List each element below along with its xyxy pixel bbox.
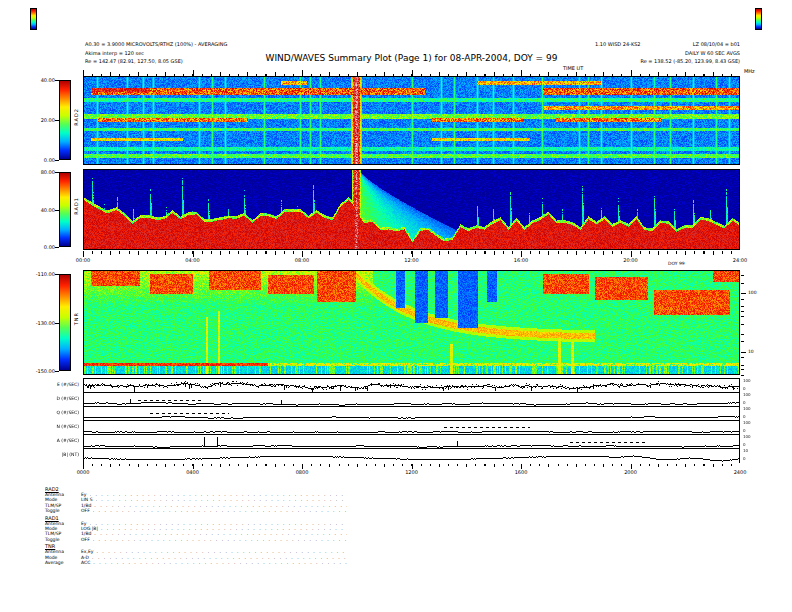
legend-row-value: OFF <box>81 537 90 542</box>
rate-panel-right-tick-top: 100 <box>743 421 751 425</box>
instrument-config-legend: RAD2AntennaEy. . . . . . . . . . . . . .… <box>45 485 347 565</box>
rad2-colorbar-tick <box>55 160 59 161</box>
colorbar-strip-topleft <box>30 8 37 30</box>
legend-row-value: OFF <box>81 508 90 513</box>
tnr-right-axis-tick <box>741 306 744 307</box>
doy-label: DOY 99 <box>668 261 685 266</box>
rate-panel-right-tick-bottom: 0 <box>743 387 746 391</box>
rad2-colorbar-tick <box>55 120 59 121</box>
rad2-spectrogram <box>83 76 740 165</box>
tnr-right-axis-tick <box>741 311 744 312</box>
legend-row-label: Toggle <box>45 508 81 513</box>
rate-panel-right-tick-bottom: 0 <box>743 429 746 433</box>
bottom-axis-tick-label: 2000 <box>624 469 637 475</box>
rate-panel-label: A (#/SEC) <box>29 438 79 443</box>
info-right-avg: DAILY W 60 SEC AVGS <box>540 50 740 56</box>
tnr-right-axis-tick <box>741 316 744 317</box>
tnr-right-axis-tick <box>741 334 744 335</box>
bottom-axis-tick-label: 1200 <box>405 469 418 475</box>
rate-panel-right-tick-top: 100 <box>743 435 751 439</box>
info-right-build: LZ 08/10/04 = b01 <box>540 41 740 47</box>
rad2-colorbar-tick-label: 40.00 <box>28 77 55 83</box>
rad1-colorbar-tick-label: 0.00 <box>28 244 55 250</box>
rate-panel-right-tick-bottom: 0 <box>743 401 746 405</box>
legend-row-leader-dots: . . . . . . . . . . . . . . . . . . . . … <box>93 508 347 513</box>
tnr-spectrogram <box>83 270 740 375</box>
time-axis-tick-label: 20:00 <box>623 257 637 263</box>
legend-row-leader-dots: . . . . . . . . . . . . . . . . . . . . … <box>93 537 347 542</box>
legend-row-value: ACC <box>81 560 90 565</box>
tnr-right-axis-label: 10 <box>748 349 754 354</box>
rad1-colorbar-tick-label: 40.00 <box>28 207 55 213</box>
rate-panel-row <box>83 434 740 449</box>
rad1-colorbar-tick <box>55 247 59 248</box>
mhz-unit-label: MHz <box>744 68 755 74</box>
tnr-colorbar-tick-label: -110.00 <box>28 271 55 277</box>
time-axis-tick-label: 04:00 <box>185 257 199 263</box>
rad1-colorbar-tick <box>55 172 59 173</box>
legend-row: ToggleOFF. . . . . . . . . . . . . . . .… <box>45 508 347 513</box>
time-axis-tick-label: 08:00 <box>295 257 309 263</box>
rate-panel-label: D (#/SEC) <box>29 396 79 401</box>
tnr-right-axis-tick <box>741 365 744 366</box>
rate-panel-right-tick-top: 100 <box>743 407 751 411</box>
tnr-right-axis-tick <box>741 283 744 284</box>
rad1-colorbar-tick-label: 80.00 <box>28 169 55 175</box>
rate-panel-label: Q (#/SEC) <box>29 410 79 415</box>
rad2-colorbar-tick-label: 0.00 <box>28 157 55 163</box>
rad2-colorbar-tick <box>55 80 59 81</box>
tnr-right-axis-label: 100 <box>748 290 757 295</box>
rate-panel-right-tick-bottom: 0 <box>743 443 746 447</box>
tnr-colorbar-tick <box>55 274 59 275</box>
summary-plot-page: A0.30 = 3.9000 MICROVOLTS/RTHZ (100%) - … <box>0 0 792 612</box>
bottom-axis-tick-label: 2400 <box>734 469 747 475</box>
rate-panel-canvas <box>84 451 739 464</box>
rate-panel-label: N (#/SEC) <box>29 424 79 429</box>
tnr-right-axis-tick <box>741 369 744 370</box>
tnr-panel-label: TNR <box>73 312 79 325</box>
rate-panel-row <box>83 420 740 435</box>
bottom-axis-tick-label: 1600 <box>515 469 528 475</box>
tnr-right-axis-tick <box>741 293 746 294</box>
info-right-position: Re = 138.52 (-85.20, 123.99, 8.43 GSE) <box>540 58 740 64</box>
tnr-colorbar-tick <box>55 371 59 372</box>
rate-panel-right-tick-bottom: 0 <box>743 415 746 419</box>
rate-panel-label: E (#/SEC) <box>29 382 79 387</box>
rad1-colorbar <box>59 172 71 247</box>
rate-panel-row <box>83 406 740 421</box>
rate-panel-row <box>83 378 740 393</box>
rate-panel-right-tick-bottom: 0 <box>743 457 746 461</box>
rad2-spectrogram-canvas <box>84 77 739 164</box>
bottom-axis-tick-label: 0000 <box>77 469 90 475</box>
rad1-spectrogram-canvas <box>84 170 739 249</box>
legend-row-label: Toggle <box>45 537 81 542</box>
rad2-colorbar <box>59 80 71 160</box>
tnr-colorbar-tick-label: -130.00 <box>28 320 55 326</box>
tnr-right-axis-tick <box>741 299 744 300</box>
tnr-colorbar <box>59 274 71 371</box>
legend-row: ToggleOFF. . . . . . . . . . . . . . . .… <box>45 537 347 542</box>
info-left-line1: A0.30 = 3.9000 MICROVOLTS/RTHZ (100%) - … <box>85 41 227 47</box>
time-axis-tick-label: 12:00 <box>404 257 418 263</box>
time-axis-tick-label: 16:00 <box>514 257 528 263</box>
bottom-axis-tick-label: 0800 <box>296 469 309 475</box>
legend-row: AverageACC. . . . . . . . . . . . . . . … <box>45 560 347 565</box>
rate-panel-right-tick-top: 10 <box>743 449 748 453</box>
legend-row-leader-dots: . . . . . . . . . . . . . . . . . . . . … <box>93 560 347 565</box>
bottom-axis-tick-label: 0400 <box>186 469 199 475</box>
rad1-colorbar-tick <box>55 210 59 211</box>
tnr-colorbar-tick-label: -150.00 <box>28 368 55 374</box>
rate-panel-row <box>83 392 740 407</box>
colorbar-strip-topright <box>755 8 762 30</box>
rad2-panel-label: RAD2 <box>73 108 79 126</box>
tnr-right-axis-tick <box>741 341 744 342</box>
rate-panel-label: |B| (NT) <box>29 452 79 457</box>
rate-panel-right-tick-top: 100 <box>743 379 751 383</box>
rad2-colorbar-tick-label: 20.00 <box>28 117 55 123</box>
tnr-right-axis-tick <box>741 357 744 358</box>
time-axis-tick-label: 00:00 <box>76 257 90 263</box>
rate-panel-right-tick-top: 100 <box>743 393 751 397</box>
tnr-spectrogram-canvas <box>84 271 739 374</box>
tnr-right-axis-tick <box>741 324 744 325</box>
tnr-right-axis-tick <box>741 375 744 376</box>
